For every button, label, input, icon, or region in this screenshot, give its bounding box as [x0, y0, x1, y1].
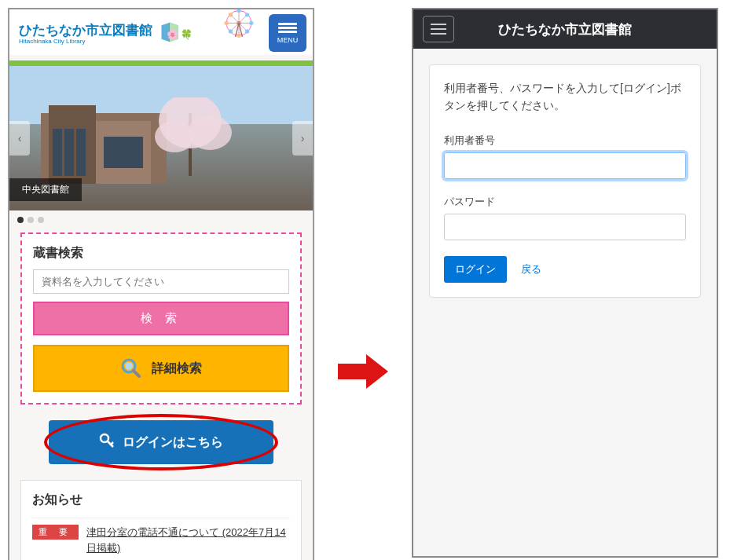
svg-point-15 — [245, 29, 249, 33]
login-submit-button[interactable]: ログイン — [444, 256, 507, 283]
svg-point-13 — [225, 21, 229, 25]
svg-point-12 — [237, 34, 240, 38]
login-header: ひたちなか市立図書館 — [413, 9, 717, 49]
login-here-label: ログインはこちら — [123, 434, 223, 451]
site-header: ひたちなか市立図書館 Hitachinaka City Library 🌸 🍀 … — [9, 9, 313, 55]
login-here-button[interactable]: ログインはこちら — [49, 420, 273, 464]
svg-rect-23 — [76, 129, 86, 176]
user-id-input[interactable] — [444, 152, 686, 179]
library-building-image — [41, 97, 261, 184]
login-site-title: ひたちなか市立図書館 — [454, 20, 707, 38]
ferris-wheel-icon — [222, 8, 256, 45]
svg-line-34 — [111, 442, 113, 445]
hero-caption: 中央図書館 — [9, 178, 82, 201]
svg-point-28 — [188, 115, 232, 150]
logo[interactable]: ひたちなか市立図書館 Hitachinaka City Library — [19, 21, 181, 46]
right-screen: ひたちなか市立図書館 利用者番号、パスワードを入力して[ログイン]ボタンを押して… — [412, 8, 718, 558]
key-icon — [99, 433, 115, 452]
news-item: 重 要 津田分室の電話不通について (2022年7月14日掲載) — [32, 518, 290, 560]
svg-rect-21 — [53, 129, 62, 176]
login-button-wrap: ログインはこちら — [49, 420, 273, 464]
svg-point-11 — [249, 21, 253, 25]
important-tag: 重 要 — [32, 525, 79, 540]
news-link[interactable]: 津田分室の電話不通について (2022年7月14日掲載) — [86, 525, 290, 555]
menu-button[interactable]: MENU — [269, 14, 306, 52]
site-subtitle: Hitachinaka City Library — [19, 38, 152, 45]
search-title: 蔵書検索 — [33, 245, 289, 262]
left-screen: ひたちなか市立図書館 Hitachinaka City Library 🌸 🍀 … — [8, 8, 314, 560]
advanced-search-label: 詳細検索 — [152, 361, 202, 377]
carousel-prev-button[interactable]: ‹ — [9, 121, 30, 156]
svg-rect-24 — [104, 137, 143, 168]
arrow-icon — [338, 354, 388, 391]
carousel-dot[interactable] — [28, 217, 34, 223]
site-title: ひたちなか市立図書館 — [19, 23, 152, 38]
news-box: お知らせ 重 要 津田分室の電話不通について (2022年7月14日掲載) 重 … — [20, 480, 302, 560]
login-form: 利用者番号、パスワードを入力して[ログイン]ボタンを押してください。 利用者番号… — [429, 64, 701, 298]
hero-carousel: ‹ › 中央図書館 — [9, 66, 313, 210]
flower-decoration-icon: 🌸 🍀 — [167, 29, 193, 40]
user-id-label: 利用者番号 — [444, 134, 686, 148]
svg-point-14 — [245, 13, 249, 16]
login-instruction: 利用者番号、パスワードを入力して[ログイン]ボタンを押してください。 — [444, 79, 686, 115]
carousel-next-button[interactable]: › — [292, 121, 313, 156]
search-input[interactable] — [33, 269, 289, 294]
back-link[interactable]: 戻る — [521, 263, 541, 275]
carousel-dot[interactable] — [17, 217, 24, 223]
svg-line-31 — [134, 371, 139, 376]
svg-point-16 — [229, 29, 233, 33]
password-input[interactable] — [444, 214, 686, 240]
carousel-dot[interactable] — [38, 217, 44, 223]
svg-point-17 — [229, 13, 233, 16]
carousel-dots — [17, 217, 44, 223]
menu-label: MENU — [277, 36, 299, 44]
svg-point-10 — [237, 9, 240, 13]
hamburger-button[interactable] — [423, 16, 454, 42]
password-label: パスワード — [444, 195, 686, 209]
news-title: お知らせ — [32, 492, 290, 508]
svg-point-27 — [155, 121, 194, 152]
magnifier-icon — [120, 357, 142, 379]
catalog-search-box: 蔵書検索 検 索 詳細検索 — [20, 232, 302, 404]
header-decoration — [9, 55, 313, 66]
advanced-search-button[interactable]: 詳細検索 — [33, 345, 289, 392]
svg-rect-22 — [64, 129, 74, 176]
search-button[interactable]: 検 索 — [33, 302, 289, 335]
svg-point-30 — [125, 362, 133, 370]
